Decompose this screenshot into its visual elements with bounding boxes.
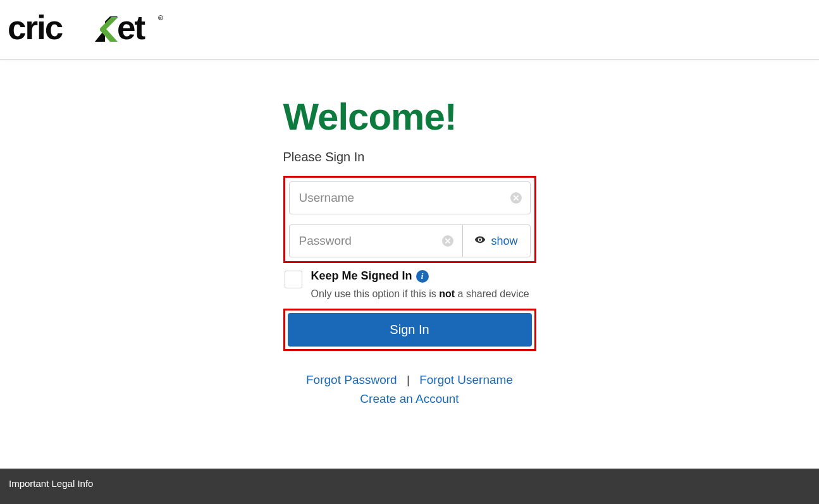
eye-icon: [474, 234, 486, 248]
username-wrapper: [289, 181, 531, 214]
input-highlight-box: show: [283, 176, 536, 263]
password-wrapper: [289, 224, 462, 257]
welcome-heading: Welcome!: [283, 95, 536, 138]
keep-signed-text: Keep Me Signed In i Only use this option…: [311, 269, 535, 301]
cricket-logo[interactable]: cric et R: [8, 11, 164, 48]
button-highlight-box: Sign In: [283, 309, 536, 351]
clear-password-icon[interactable]: [442, 235, 453, 247]
svg-text:cric: cric: [8, 11, 63, 46]
forgot-password-link[interactable]: Forgot Password: [306, 373, 397, 386]
legal-info-link[interactable]: Important Legal Info: [9, 478, 93, 489]
signin-form: Welcome! Please Sign In: [283, 95, 536, 406]
show-label: show: [491, 235, 517, 248]
main-content: Welcome! Please Sign In: [0, 60, 819, 406]
svg-text:et: et: [117, 11, 145, 46]
link-separator: |: [407, 373, 410, 386]
forgot-links: Forgot Password | Forgot Username: [283, 373, 536, 387]
signin-button[interactable]: Sign In: [288, 313, 532, 347]
header: cric et R: [0, 0, 819, 60]
keep-signed-checkbox[interactable]: [285, 271, 302, 288]
show-password-button[interactable]: show: [462, 224, 531, 257]
password-row: show: [289, 224, 531, 257]
keep-signed-row: Keep Me Signed In i Only use this option…: [283, 269, 536, 301]
create-account-link[interactable]: Create an Account: [283, 392, 536, 406]
forgot-username-link[interactable]: Forgot Username: [419, 373, 513, 386]
signin-subheading: Please Sign In: [283, 150, 536, 164]
footer: Important Legal Info: [0, 469, 819, 504]
info-icon[interactable]: i: [416, 270, 429, 283]
keep-signed-note: Only use this option if this is not a sh…: [311, 286, 535, 301]
password-input[interactable]: [289, 224, 462, 257]
keep-signed-label-row: Keep Me Signed In i: [311, 269, 429, 283]
keep-signed-label: Keep Me Signed In: [311, 269, 412, 283]
svg-text:R: R: [159, 16, 162, 20]
clear-username-icon[interactable]: [510, 192, 522, 204]
username-input[interactable]: [289, 181, 531, 214]
